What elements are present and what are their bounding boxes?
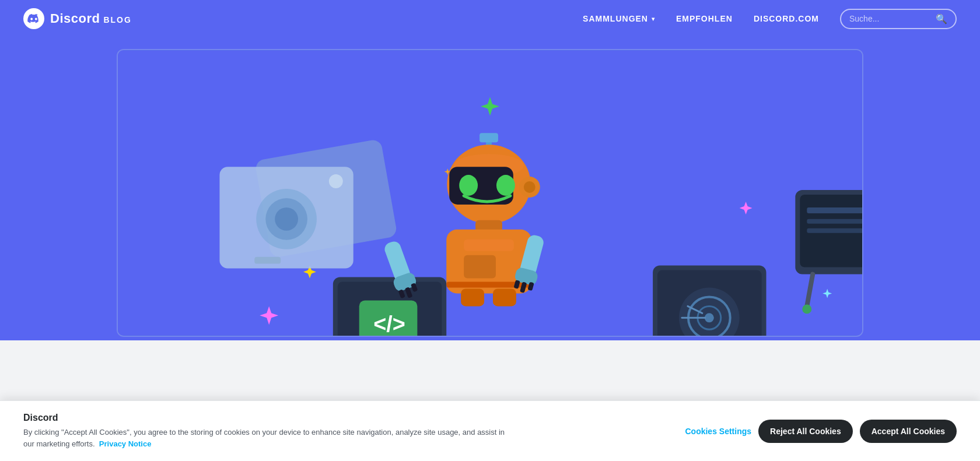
header-brand: Discord BLOG — [50, 11, 132, 26]
svg-point-23 — [459, 175, 478, 196]
nav-empfohlen-label: EMPFOHLEN — [676, 14, 733, 23]
nav-sammlungen-label: SAMMLUNGEN — [583, 14, 648, 23]
svg-point-20 — [524, 181, 536, 193]
svg-text:</>: </> — [373, 312, 405, 336]
svg-point-7 — [329, 174, 343, 188]
svg-rect-8 — [254, 257, 281, 264]
svg-point-66 — [802, 304, 811, 314]
svg-rect-28 — [464, 255, 496, 279]
header-left: Discord BLOG — [23, 8, 132, 29]
search-box[interactable]: 🔍 — [840, 9, 957, 29]
hero-inner: </> — [117, 49, 863, 337]
svg-point-6 — [275, 207, 298, 231]
svg-point-24 — [496, 175, 515, 196]
nav-discord-com-label: DISCORD.COM — [754, 14, 819, 23]
header-nav: SAMMLUNGEN ▾ EMPFOHLEN DISCORD.COM 🔍 — [583, 9, 957, 29]
discord-logo-icon — [23, 8, 44, 29]
svg-rect-58 — [807, 207, 862, 213]
nav-sammlungen[interactable]: SAMMLUNGEN ▾ — [583, 14, 655, 23]
brand-discord-label: Discord — [50, 11, 100, 26]
chevron-down-icon: ▾ — [652, 16, 655, 22]
svg-rect-59 — [807, 219, 862, 224]
hero-illustration: </> — [118, 50, 862, 336]
below-hero — [0, 340, 980, 399]
nav-empfohlen[interactable]: EMPFOHLEN — [676, 14, 733, 23]
svg-rect-60 — [807, 228, 862, 233]
header: Discord BLOG SAMMLUNGEN ▾ EMPFOHLEN DISC… — [0, 0, 980, 37]
svg-rect-40 — [461, 288, 484, 306]
hero-scene: </> — [118, 50, 862, 336]
search-input[interactable] — [849, 14, 931, 23]
svg-rect-41 — [493, 288, 516, 306]
svg-rect-17 — [480, 133, 498, 142]
search-icon[interactable]: 🔍 — [936, 13, 947, 24]
nav-discord-com[interactable]: DISCORD.COM — [754, 14, 819, 23]
brand-blog-label: BLOG — [103, 15, 131, 24]
hero-section: </> — [0, 37, 980, 340]
svg-rect-27 — [464, 240, 514, 251]
